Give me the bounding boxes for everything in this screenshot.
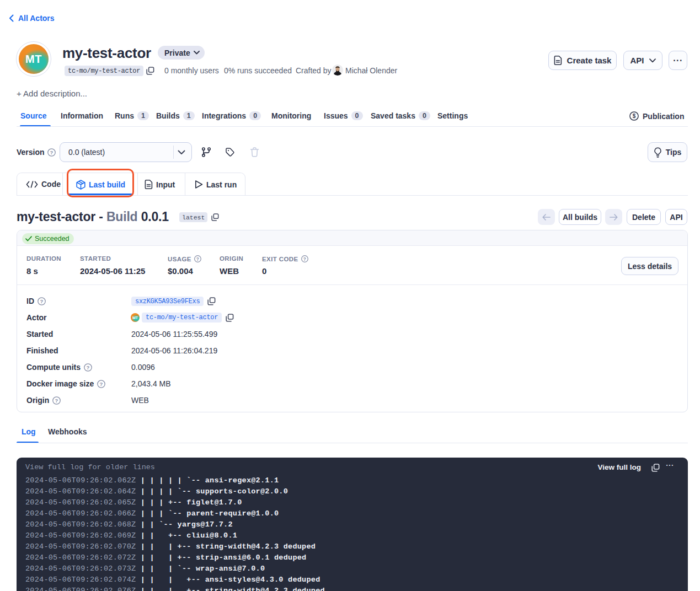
svg-text:$: $ xyxy=(633,113,636,119)
svg-text:?: ? xyxy=(87,364,90,370)
svg-text:?: ? xyxy=(55,397,58,404)
svg-text:?: ? xyxy=(40,298,44,304)
svg-text:?: ? xyxy=(196,257,199,262)
svg-text:?: ? xyxy=(303,257,306,262)
svg-text:?: ? xyxy=(50,149,54,155)
svg-text:?: ? xyxy=(100,381,103,387)
